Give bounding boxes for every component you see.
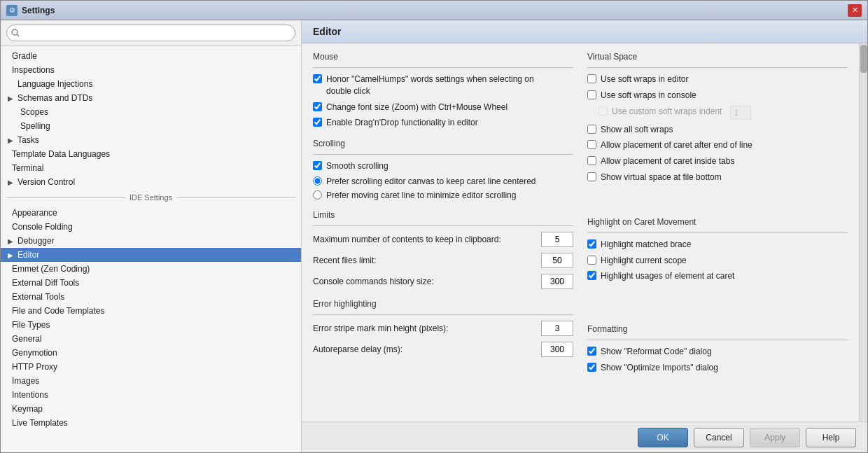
search-input[interactable] [6,25,295,41]
error-section: Error highlighting Error stripe mark min… [313,299,573,357]
sidebar-item-live-templates[interactable]: Live Templates [1,416,301,430]
sidebar-item-external-tools[interactable]: External Tools [1,290,301,304]
sidebar-item-editor[interactable]: ▶Editor [1,248,301,262]
recent-files-label: Recent files limit: [313,256,536,265]
close-button[interactable]: ✕ [848,4,862,17]
cancel-button[interactable]: Cancel [694,428,744,447]
drag-drop-checkbox[interactable] [313,118,322,127]
sidebar-item-version-control[interactable]: ▶Version Control [1,175,301,189]
sidebar-item-language-injections[interactable]: Language Injections [1,77,301,91]
bottom-bar: OK Cancel Apply Help [302,421,867,452]
autoreparse-row: Autoreparse delay (ms): [313,342,573,357]
sidebar-list: Gradle Inspections Language Injections ▶… [1,46,301,452]
panel-title: Editor [313,26,341,37]
prefer-centered-row: Prefer scrolling editor canvas to keep c… [313,176,573,186]
virtual-space-bottom-checkbox[interactable] [587,172,596,181]
arrow-icon: ▶ [6,178,15,186]
highlight-scope-row: Highlight current scope [587,255,848,267]
arrow-icon: ▶ [6,251,15,259]
ok-button[interactable]: OK [638,428,688,447]
sidebar-item-http-proxy[interactable]: HTTP Proxy [1,360,301,374]
placement-end-checkbox[interactable] [587,140,596,149]
sidebar-item-file-code-templates[interactable]: File and Code Templates [1,304,301,318]
soft-wraps-console-row: Use soft wraps in console [587,90,848,102]
autoreparse-label: Autoreparse delay (ms): [313,344,536,354]
placement-tabs-checkbox[interactable] [587,156,596,165]
sidebar-item-intentions[interactable]: Intentions [1,388,301,402]
custom-soft-wraps-checkbox[interactable] [598,106,608,116]
highlight-brace-checkbox[interactable] [587,239,596,249]
sidebar-item-inspections[interactable]: Inspections [1,63,301,77]
font-zoom-checkbox[interactable] [313,102,322,111]
sidebar-item-debugger[interactable]: ▶Debugger [1,234,301,248]
highlight-usages-row: Highlight usages of element at caret [587,270,848,282]
show-all-soft-wraps-row: Show all soft wraps [587,124,848,136]
font-zoom-label: Change font size (Zoom) with Ctrl+Mouse … [326,102,507,113]
sidebar-item-general[interactable]: General [1,332,301,346]
sidebar-item-images[interactable]: Images [1,374,301,388]
autoreparse-input[interactable] [541,342,573,357]
app-icon: ⚙ [6,5,18,16]
soft-wraps-console-label: Use soft wraps in console [601,90,696,102]
smooth-scrolling-label: Smooth scrolling [326,160,388,172]
sidebar-item-spelling[interactable]: Spelling [1,119,301,133]
placement-tabs-label: Allow placement of caret inside tabs [601,155,734,167]
soft-wraps-editor-checkbox[interactable] [587,74,596,83]
sidebar-item-appearance[interactable]: Appearance [1,206,301,220]
clipboard-limit-input[interactable] [541,232,573,247]
stripe-mark-input[interactable] [541,321,573,336]
smooth-scrolling-checkbox[interactable] [313,161,322,170]
sidebar-item-console-folding[interactable]: Console Folding [1,220,301,234]
arrow-icon: ▶ [6,237,15,245]
highlight-brace-label: Highlight matched brace [601,239,691,251]
scrollbar[interactable] [859,43,867,421]
recent-files-input[interactable] [541,253,573,268]
show-all-soft-wraps-checkbox[interactable] [587,125,596,134]
limits-section: Limits Maximum number of contents to kee… [313,210,573,289]
error-section-title: Error highlighting [313,299,573,309]
virtual-space-bottom-row: Show virtual space at file bottom [587,172,848,183]
scrolling-section: Scrolling Smooth scrolling Prefer scroll… [313,139,573,200]
highlight-usages-checkbox[interactable] [587,271,596,280]
sidebar-item-scopes[interactable]: Scopes [1,105,301,119]
prefer-centered-radio[interactable] [313,176,322,186]
sidebar-item-genymotion[interactable]: Genymotion [1,346,301,360]
custom-soft-wraps-label: Use custom soft wraps indent [612,106,722,118]
recent-files-row: Recent files limit: [313,253,573,268]
sidebar-item-emmet[interactable]: Emmet (Zen Coding) [1,262,301,276]
panel-header: Editor [302,20,867,43]
sidebar: Gradle Inspections Language Injections ▶… [1,20,302,452]
console-history-input[interactable] [541,274,573,289]
limits-section-title: Limits [313,210,573,220]
formatting-section-title: Formatting [587,324,848,334]
sidebar-item-keymap[interactable]: Keymap [1,402,301,416]
sidebar-item-gradle[interactable]: Gradle [1,49,301,63]
reformat-dialog-row: Show "Reformat Code" dialog [587,346,848,358]
show-all-soft-wraps-label: Show all soft wraps [601,124,673,136]
search-container [1,20,301,46]
sidebar-item-schemas-dtds[interactable]: ▶Schemas and DTDs [1,91,301,105]
console-history-label: Console commands history size: [313,277,536,286]
smooth-scrolling-row: Smooth scrolling [313,160,573,172]
camel-humps-label: Honor "CamelHumps" words settings when s… [326,74,534,97]
sidebar-item-file-types[interactable]: File Types [1,318,301,332]
sidebar-item-tasks[interactable]: ▶Tasks [1,133,301,147]
sidebar-item-external-diff[interactable]: External Diff Tools [1,276,301,290]
sidebar-item-template-data-languages[interactable]: Template Data Languages [1,147,301,161]
placement-end-of-line-row: Allow placement of caret after end of li… [587,139,848,151]
main-panel: Editor Mouse Honor " [302,20,867,452]
drag-drop-label: Enable Drag'n'Drop functionality in edit… [326,117,478,129]
mouse-section-title: Mouse [313,52,573,62]
highlight-scope-checkbox[interactable] [587,256,596,265]
apply-button[interactable]: Apply [750,428,800,447]
help-button[interactable]: Help [806,428,856,447]
font-zoom-row: Change font size (Zoom) with Ctrl+Mouse … [313,102,573,113]
prefer-minimize-label: Prefer moving caret line to minimize edi… [326,190,516,200]
reformat-dialog-checkbox[interactable] [587,347,596,356]
soft-wraps-console-checkbox[interactable] [587,90,596,99]
optimize-imports-checkbox[interactable] [587,363,596,372]
camel-humps-checkbox[interactable] [313,74,322,83]
soft-wraps-indent-input[interactable] [730,106,751,120]
sidebar-item-terminal[interactable]: Terminal [1,161,301,175]
prefer-minimize-radio[interactable] [313,190,322,200]
